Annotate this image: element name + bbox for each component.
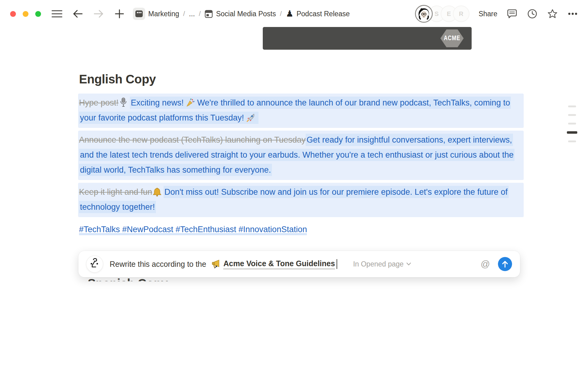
acme-logo-text: ACME bbox=[444, 35, 460, 42]
share-button[interactable]: Share bbox=[479, 10, 497, 18]
clock-icon bbox=[527, 9, 537, 19]
page-outline-indicator[interactable] bbox=[568, 105, 580, 149]
page-content: English Copy Hype post!Exciting news!We'… bbox=[79, 72, 524, 237]
breadcrumb-label: Social Media Posts bbox=[216, 10, 276, 18]
window-titlebar: Marketing / ... / Social Media Posts / ♟… bbox=[0, 0, 588, 28]
scope-selector[interactable]: In Opened page bbox=[353, 260, 411, 268]
removed-text: Hype post! bbox=[79, 98, 119, 107]
suggested-edit-block-2[interactable]: Announce the new podcast (TechTalks) lau… bbox=[78, 131, 524, 180]
back-arrow-icon bbox=[73, 10, 83, 18]
breadcrumb-item-podcast-release[interactable]: ♟ Podcast Release bbox=[286, 10, 350, 18]
plus-icon bbox=[115, 9, 124, 18]
breadcrumb-item-marketing[interactable]: Marketing bbox=[133, 8, 179, 20]
presence-avatars: S E R bbox=[415, 5, 469, 23]
added-text: Exciting news!We're thrilled to announce… bbox=[79, 97, 511, 124]
ai-prompt-bar[interactable]: Rewrite this according to the ↗ Acme Voi… bbox=[78, 251, 520, 277]
favorite-button[interactable] bbox=[547, 8, 558, 19]
chevron-down-icon bbox=[406, 263, 411, 266]
avatar-initial: S bbox=[435, 10, 439, 17]
section-heading[interactable]: English Copy bbox=[79, 72, 524, 86]
arrow-up-icon bbox=[501, 260, 509, 268]
breadcrumb: Marketing / ... / Social Media Posts / ♟… bbox=[133, 8, 350, 20]
breadcrumb-separator: / bbox=[183, 10, 185, 18]
comment-icon bbox=[507, 9, 517, 18]
page-mention-link[interactable]: ↗ Acme Voice & Tone Guidelines bbox=[209, 259, 335, 269]
mention-at-button[interactable]: @ bbox=[481, 259, 490, 269]
breadcrumb-item-social-media-posts[interactable]: Social Media Posts bbox=[205, 10, 276, 18]
ellipsis-icon bbox=[568, 12, 578, 15]
new-tab-button[interactable] bbox=[114, 8, 125, 19]
breadcrumb-label: ... bbox=[189, 10, 195, 18]
window-controls bbox=[0, 11, 41, 17]
breadcrumb-separator: / bbox=[280, 10, 282, 18]
breadcrumb-label: Marketing bbox=[148, 10, 179, 18]
pawn-page-icon: ♟ bbox=[286, 10, 293, 18]
outline-dash[interactable] bbox=[568, 114, 576, 116]
close-window-button[interactable] bbox=[10, 11, 16, 17]
outline-dash-active[interactable] bbox=[567, 131, 577, 134]
avatar-initial: E bbox=[447, 10, 451, 17]
prompt-text: Rewrite this according to the bbox=[110, 260, 206, 269]
removed-text: Keep it light and fun bbox=[79, 187, 152, 197]
zoom-window-button[interactable] bbox=[35, 11, 41, 17]
minimize-window-button[interactable] bbox=[23, 11, 28, 17]
star-icon bbox=[547, 9, 558, 19]
added-text-part: Exciting news! bbox=[131, 98, 184, 107]
outline-dash[interactable] bbox=[568, 140, 576, 142]
back-button[interactable] bbox=[72, 8, 83, 19]
mention-label: Acme Voice & Tone Guidelines bbox=[223, 259, 335, 269]
notion-ai-face-icon bbox=[86, 256, 103, 272]
text-cursor bbox=[337, 259, 337, 269]
suggested-edit-block-1[interactable]: Hype post!Exciting news!We're thrilled t… bbox=[78, 94, 524, 128]
rocket-emoji bbox=[246, 113, 255, 122]
user-avatar[interactable] bbox=[415, 5, 433, 23]
comments-button[interactable] bbox=[507, 8, 518, 19]
more-options-button[interactable] bbox=[567, 8, 578, 19]
link-arrow-overlay-icon: ↗ bbox=[213, 264, 217, 270]
bell-emoji bbox=[153, 187, 161, 197]
forward-button[interactable] bbox=[93, 8, 104, 19]
avatar-initial: R bbox=[459, 10, 463, 17]
breadcrumb-item-ellipsis[interactable]: ... bbox=[189, 10, 195, 18]
outline-dash[interactable] bbox=[568, 105, 576, 107]
submit-prompt-button[interactable] bbox=[498, 257, 512, 271]
removed-text: Announce the new podcast (TechTalks) lau… bbox=[79, 135, 306, 144]
breadcrumb-label: Podcast Release bbox=[296, 10, 350, 18]
scope-label: In Opened page bbox=[353, 260, 404, 268]
outline-dash[interactable] bbox=[568, 123, 576, 125]
microphone-emoji bbox=[119, 98, 128, 107]
party-popper-emoji bbox=[186, 98, 195, 107]
updates-button[interactable] bbox=[527, 8, 538, 19]
breadcrumb-separator: / bbox=[199, 10, 201, 18]
page-cover-image: ACME bbox=[263, 27, 472, 50]
hamburger-icon bbox=[52, 10, 62, 18]
teamspace-icon bbox=[133, 8, 145, 20]
acme-logo-badge: ACME bbox=[440, 29, 464, 47]
forward-arrow-icon bbox=[94, 10, 104, 18]
ai-prompt-input[interactable]: Rewrite this according to the ↗ Acme Voi… bbox=[110, 259, 337, 269]
collaborator-avatar-r[interactable]: R bbox=[453, 6, 469, 22]
next-heading-clipped: Spanish Copy bbox=[88, 277, 241, 281]
hashtags-text[interactable]: #TechTalks #NewPodcast #TechEnthusiast #… bbox=[79, 225, 307, 235]
suggested-edit-block-3[interactable]: Keep it light and funDon't miss out! Sub… bbox=[78, 183, 524, 217]
sidebar-toggle-button[interactable] bbox=[51, 8, 62, 19]
board-page-icon bbox=[205, 10, 213, 18]
